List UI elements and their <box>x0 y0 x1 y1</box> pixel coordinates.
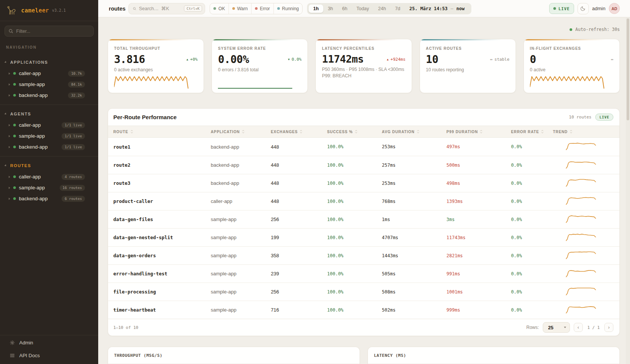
status-filter-group: OKWarnErrorRunning <box>210 3 303 14</box>
table-row-route3[interactable]: route3backend-app448100.0%253ms498ms0.0% <box>108 174 619 192</box>
sidebar-section-applications: APPLICATIONScaller-app10.7ksample-app84.… <box>0 53 98 104</box>
sidebar-item-caller-app[interactable]: caller-app4 routes <box>0 171 98 182</box>
time-range-today[interactable]: Today <box>352 5 374 13</box>
status-dot-ok <box>213 7 216 10</box>
time-range-24h[interactable]: 24h <box>374 5 391 13</box>
cell-trend <box>565 214 619 225</box>
status-filter-ok[interactable]: OK <box>210 3 228 14</box>
table-row-route2[interactable]: route2backend-app448100.0%257ms500ms0.0% <box>108 156 619 174</box>
status-filter-warn[interactable]: Warn <box>229 3 251 14</box>
kpi-accent-bar <box>212 39 307 40</box>
live-button[interactable]: LIVE <box>549 3 574 14</box>
caret-right-icon <box>9 198 10 200</box>
sidebar-section-header-applications[interactable]: APPLICATIONS <box>0 57 98 68</box>
cell-route: data-gen-files <box>113 217 211 222</box>
sidebar-item-backend-app[interactable]: backend-app1/1 live <box>0 141 98 152</box>
sidebar-section-header-routes[interactable]: ROUTES <box>0 160 98 171</box>
sidebar-filter[interactable] <box>5 26 94 37</box>
sort-icon <box>355 130 358 134</box>
kpi-sparkline-svg <box>530 73 605 90</box>
sidebar: cameleer v3.2.1 NAVIGATION APPLICATIONSc… <box>0 0 98 364</box>
cell-route: data-gen-orders <box>113 253 211 258</box>
next-page-button[interactable]: › <box>604 323 613 332</box>
app-name: cameleer <box>21 7 49 14</box>
table-row-data-gen-files[interactable]: data-gen-filessample-app256100.0%1ms3ms0… <box>108 210 619 228</box>
sidebar-item-caller-app[interactable]: caller-app10.7k <box>0 68 98 79</box>
rows-per-page-label: Rows: <box>527 325 539 330</box>
global-search-input[interactable] <box>139 6 181 11</box>
avatar[interactable]: AD <box>609 3 620 14</box>
column-header-trend[interactable]: TREND <box>553 130 619 134</box>
table-row-error-handling-test[interactable]: error-handling-testsample-app239100.0%50… <box>108 264 619 283</box>
kpi-delta-value: +924ms <box>391 57 406 62</box>
cell-p99-duration: 500ms <box>446 163 511 168</box>
cell-exchanges: 199 <box>271 235 327 240</box>
table-row-data-gen-nested-split[interactable]: data-gen-nested-splitsample-app199100.0%… <box>108 228 619 246</box>
cell-trend <box>565 286 619 298</box>
trend-sparkline <box>565 141 597 151</box>
arrow-up-icon: ▲ <box>387 58 389 61</box>
sidebar-item-badge: 1/1 live <box>62 144 85 150</box>
sidebar-footer-api-docs[interactable]: API Docs <box>0 349 98 362</box>
table-row-route1[interactable]: route1backend-app448100.0%253ms497ms0.0% <box>108 138 619 156</box>
status-filter-error[interactable]: Error <box>251 3 273 14</box>
status-dot-error <box>255 7 258 10</box>
date-from: 25. März 14:53 <box>409 6 448 11</box>
scrollbar-track[interactable] <box>626 18 630 364</box>
user-name: admin <box>592 6 605 11</box>
sidebar-item-backend-app[interactable]: backend-app6 routes <box>0 193 98 204</box>
kpi-delta: ⇔ <box>611 57 613 62</box>
column-header-route[interactable]: ROUTE <box>113 130 211 134</box>
dark-mode-toggle[interactable] <box>578 3 589 14</box>
time-range-group: 1h3h6hToday24h7d25. März 14:53–now <box>307 3 471 14</box>
column-header-p99-duration[interactable]: P99 DURATION <box>446 130 511 134</box>
rows-per-page-select[interactable]: 25 <box>543 322 570 333</box>
status-filter-running[interactable]: Running <box>273 3 303 14</box>
sidebar-item-sample-app[interactable]: sample-app84.1k <box>0 79 98 90</box>
column-header-error-rate[interactable]: ERROR RATE <box>511 130 553 134</box>
sidebar-footer-admin[interactable]: Admin <box>0 336 98 349</box>
sidebar-item-caller-app[interactable]: caller-app1/1 live <box>0 120 98 131</box>
trend-sparkline <box>565 196 597 206</box>
time-range-1h[interactable]: 1h <box>309 5 323 13</box>
date-range-display[interactable]: 25. März 14:53–now <box>405 6 470 11</box>
sidebar-item-sample-app[interactable]: sample-app16 routes <box>0 182 98 193</box>
search-icon <box>9 29 13 34</box>
sidebar-item-sample-app[interactable]: sample-app1/1 live <box>0 131 98 141</box>
cell-trend <box>565 141 619 152</box>
column-header-application[interactable]: APPLICATION <box>211 130 271 134</box>
time-range-7d[interactable]: 7d <box>391 5 405 13</box>
column-header-avg-duration[interactable]: AVG DURATION <box>382 130 446 134</box>
trend-sparkline <box>565 250 597 260</box>
column-header-exchanges[interactable]: EXCHANGES <box>271 130 327 134</box>
cell-error-rate: 0.0% <box>511 289 553 295</box>
sidebar-item-backend-app[interactable]: backend-app32.2k <box>0 90 98 101</box>
prev-page-button[interactable]: ‹ <box>574 323 583 332</box>
sidebar-section-header-agents[interactable]: AGENTS <box>0 108 98 120</box>
time-range-3h[interactable]: 3h <box>323 5 338 13</box>
cell-p99-duration: 1393ms <box>446 199 511 204</box>
table-row-product-caller[interactable]: product-callercaller-app448100.0%768ms13… <box>108 192 619 210</box>
cell-avg-duration: 508ms <box>382 289 446 295</box>
kpi-delta-value: +0% <box>190 57 198 62</box>
scrollbar-thumb[interactable] <box>627 18 629 120</box>
table-row-timer-heartbeat[interactable]: timer-heartbeatsample-app716100.0%502ms9… <box>108 301 619 319</box>
sort-icon <box>480 130 483 134</box>
refresh-dot <box>570 28 572 31</box>
table-row-file-processing[interactable]: file-processingsample-app256100.0%508ms1… <box>108 283 619 301</box>
kpi-value-row: 0.00%▼0.0% <box>218 54 301 65</box>
table-row-data-gen-orders[interactable]: data-gen-orderssample-app358100.0%1443ms… <box>108 246 619 264</box>
sidebar-item-badge: 16 routes <box>60 185 85 191</box>
sidebar-section-routes: ROUTEScaller-app4 routessample-app16 rou… <box>0 156 98 208</box>
sidebar-filter-input[interactable] <box>16 29 90 34</box>
chevron-down-icon <box>564 327 566 328</box>
kpi-accent-bar <box>420 39 516 40</box>
chart-card-throughput-msg-s-: THROUGHPUT (MSG/S) <box>108 347 360 364</box>
time-range-6h[interactable]: 6h <box>338 5 352 13</box>
cell-trend <box>565 250 619 261</box>
kpi-value: 10 <box>426 54 439 65</box>
status-dot <box>13 197 16 200</box>
global-search[interactable]: Ctrl+K <box>128 3 205 14</box>
cell-error-rate: 0.0% <box>511 235 553 240</box>
column-header-success-[interactable]: SUCCESS % <box>327 130 382 134</box>
